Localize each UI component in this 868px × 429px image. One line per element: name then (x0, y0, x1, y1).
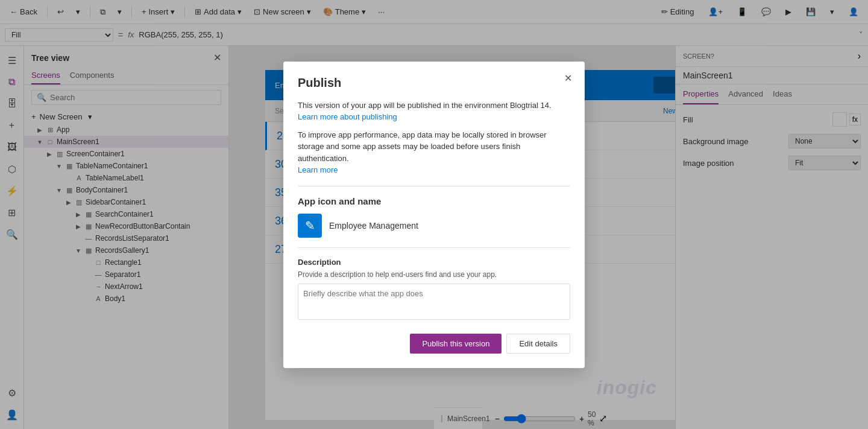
learn-more-link[interactable]: Learn more (298, 165, 338, 174)
description-sublabel: Provide a description to help end-users … (298, 270, 570, 279)
perf-text-span: To improve app performance, app data may… (298, 130, 547, 163)
description-textarea[interactable] (298, 284, 570, 320)
modal-divider-2 (298, 247, 570, 248)
app-icon-char: ✎ (305, 218, 315, 233)
app-icon-row: ✎ Employee Management (298, 214, 570, 238)
description-label: Description (298, 258, 570, 267)
app-icon-section-title: App icon and name (298, 196, 570, 206)
app-icon-image[interactable]: ✎ (298, 214, 322, 238)
publish-this-version-button[interactable]: Publish this version (410, 334, 502, 354)
publish-modal: Publish ✕ This version of your app will … (283, 62, 585, 368)
info-text-span: This version of your app will be publish… (298, 101, 552, 110)
modal-perf-text: To improve app performance, app data may… (298, 129, 570, 176)
modal-divider-1 (298, 186, 570, 186)
edit-details-button[interactable]: Edit details (506, 334, 570, 354)
modal-buttons: Publish this version Edit details (298, 334, 570, 354)
learn-publishing-link[interactable]: Learn more about publishing (298, 112, 397, 121)
modal-close-button[interactable]: ✕ (561, 71, 575, 86)
app-name-label: Employee Management (329, 221, 418, 230)
modal-info-text: This version of your app will be publish… (298, 100, 570, 123)
modal-overlay: Publish ✕ This version of your app will … (0, 0, 868, 429)
modal-title: Publish (298, 76, 570, 90)
